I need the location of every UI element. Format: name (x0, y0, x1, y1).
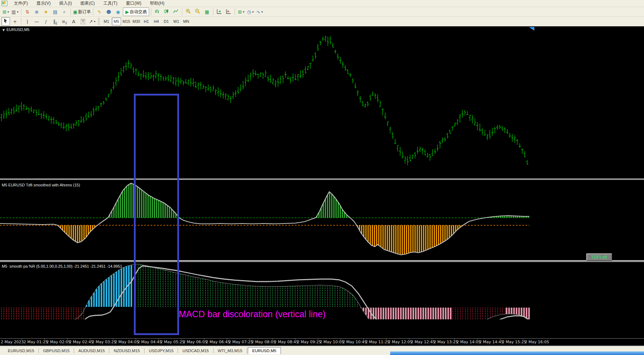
vertical-line-tool-button[interactable]: | (23, 17, 32, 26)
menu-item-tools[interactable]: 工具(T) (99, 0, 121, 7)
time-axis-label: 2 May 12:45 (411, 340, 435, 344)
tab-audusd-m15[interactable]: AUDUSD,M15 (75, 347, 108, 354)
menu-item-window[interactable]: 窗口(W) (122, 0, 146, 7)
highlight-rectangle[interactable] (134, 94, 179, 335)
indicators-button[interactable]: ∿▾ (255, 7, 264, 16)
zoom-out-button[interactable] (193, 7, 202, 16)
chart-line-button[interactable] (172, 7, 180, 16)
time-axis-label: 2 May 13:25 (434, 340, 458, 344)
auto-trading-icon: ▶ (125, 9, 129, 15)
chart-window: ▼EURUSD,M5 M5 EURUSD Tdfi smoothed with … (0, 26, 644, 355)
shapes-tool-button[interactable]: ↗▾ (88, 17, 96, 26)
time-tick (90, 339, 90, 340)
zoom-in-button[interactable] (184, 7, 193, 16)
crosshair-tool-button[interactable]: + (11, 17, 19, 26)
time-axis-label: 2 May 02:05 (46, 340, 70, 344)
fibonacci-tool-button[interactable]: ≡F (60, 17, 69, 26)
time-tick (363, 339, 364, 340)
auto-trading-button[interactable]: ▶自动交易 (123, 7, 149, 16)
time-tick (158, 339, 159, 340)
navigator-icon: ★ (44, 9, 48, 15)
tab-separator (38, 348, 39, 353)
menu-item-insert[interactable]: 插入(I) (55, 0, 76, 7)
timeframe-mn[interactable]: MN (182, 17, 191, 25)
time-tick (204, 339, 204, 340)
time-tick (409, 339, 409, 340)
experts-button[interactable]: ☻ (104, 7, 113, 16)
chart-line-icon (173, 9, 179, 15)
chart-candles-button[interactable] (162, 7, 171, 16)
time-axis-label: 2 May 04:45 (137, 340, 162, 344)
timeframe-m15[interactable]: M15 (122, 17, 131, 25)
menu-item-help[interactable]: 帮助(H) (146, 0, 169, 7)
text-label-tool-button[interactable]: T (79, 17, 87, 26)
pane-separator-2[interactable] (0, 260, 644, 263)
tab-usdcad-m15[interactable]: USDCAD,M15 (179, 347, 212, 354)
pane-separator-1[interactable] (0, 179, 644, 181)
tab-eurusd-m5[interactable]: EURUSD,M5 (248, 347, 281, 354)
time-tick (318, 339, 318, 340)
time-axis-label: 2 May 10:45 (342, 340, 367, 344)
time-axis-label: 2 May 05:25 (160, 340, 184, 344)
menu-item-charts[interactable]: 图表(C) (76, 0, 99, 7)
timeframe-h1[interactable]: H1 (142, 17, 151, 25)
terminal-button[interactable]: ▤ (51, 7, 59, 16)
strategy-tester-icon: ⌕ (63, 9, 66, 15)
timeframe-h4[interactable]: H4 (152, 17, 161, 25)
navigator-button[interactable]: ★ (42, 7, 50, 16)
market-watch-button[interactable]: ⇅ (23, 7, 32, 16)
time-axis-label: 2 May 03:25 (92, 340, 116, 344)
menu-item-view[interactable]: 显示(V) (32, 0, 55, 7)
tab-nzdusd-m15[interactable]: NZDUSD,M15 (110, 347, 143, 354)
profiles-icon: ▥ (11, 9, 16, 15)
periods-button[interactable]: ◷▾ (246, 7, 255, 16)
chart-canvas (0, 26, 644, 319)
trendline-tool-button[interactable]: / (42, 17, 50, 26)
vertical-line-icon: | (27, 19, 28, 24)
tab-eurusd-m15[interactable]: EURUSD,M15 (4, 347, 38, 354)
timeframe-w1[interactable]: W1 (172, 17, 181, 25)
templates-button[interactable]: ⊞▾ (237, 7, 245, 16)
tab-gbpusd-m15[interactable]: GBPUSD,M15 (40, 347, 73, 354)
tab-wti-m3-m15[interactable]: WTI_M3,M15 (214, 347, 246, 354)
tools-group: +|—/∥E≡FAT↗▾ (1, 17, 97, 26)
new-order-icon: ▣ (73, 9, 77, 15)
time-tick (44, 339, 45, 340)
time-axis-label: 2 May 01:25 (23, 340, 48, 344)
zoom-out-icon (195, 9, 200, 15)
fibonacci-icon: ≡ (62, 19, 66, 24)
macd-annotation-text[interactable]: MACD bar discoloration (vertical line) (179, 309, 326, 319)
new-chart-button[interactable]: ⊞▾ (1, 7, 10, 16)
timeframe-d1[interactable]: D1 (162, 17, 171, 25)
time-tick (523, 339, 523, 340)
tdfi-off-button[interactable]: TDFI-off (586, 253, 612, 261)
periods-icon: ◷ (247, 9, 251, 15)
signals-button[interactable]: ◉ (114, 7, 122, 16)
channel-tool-button[interactable]: ∥E (51, 17, 59, 26)
auto-scroll-button[interactable] (215, 7, 224, 16)
time-tick (227, 339, 227, 340)
scroll-to-end-icon[interactable] (529, 27, 534, 31)
cursor-tool-button[interactable] (1, 17, 10, 26)
data-window-button[interactable]: ⊕ (32, 7, 41, 16)
strategy-tester-button[interactable]: ⌕ (60, 7, 69, 16)
chart-symbol-label[interactable]: ▼EURUSD,M5 (2, 27, 30, 32)
time-tick (455, 339, 455, 340)
text-tool-button[interactable]: A (69, 17, 78, 26)
chevron-down-icon: ▾ (17, 10, 19, 14)
chart-bars-button[interactable] (153, 7, 162, 16)
timeframe-m1[interactable]: M1 (102, 17, 111, 25)
menu-item-file[interactable]: 文件(F) (10, 0, 32, 7)
timeframe-m30[interactable]: M30 (132, 17, 141, 25)
time-axis-label: 2 May 14:05 (456, 340, 481, 344)
chart-shift-button[interactable] (224, 7, 233, 16)
horizontal-line-tool-button[interactable]: — (32, 17, 41, 26)
new-order-button[interactable]: ▣新订单 (73, 7, 91, 16)
metaeditor-button[interactable]: ✎ (95, 7, 104, 16)
time-axis[interactable]: 2 May 20232 May 01:252 May 02:052 May 02… (0, 339, 644, 346)
profiles-button[interactable]: ▥▾ (11, 7, 19, 16)
time-tick (295, 339, 295, 340)
timeframe-m5[interactable]: M5 (112, 17, 121, 25)
tab-usdjpy-m15[interactable]: USDJPY,M15 (145, 347, 177, 354)
tile-windows-button[interactable]: ▦ (203, 7, 211, 16)
